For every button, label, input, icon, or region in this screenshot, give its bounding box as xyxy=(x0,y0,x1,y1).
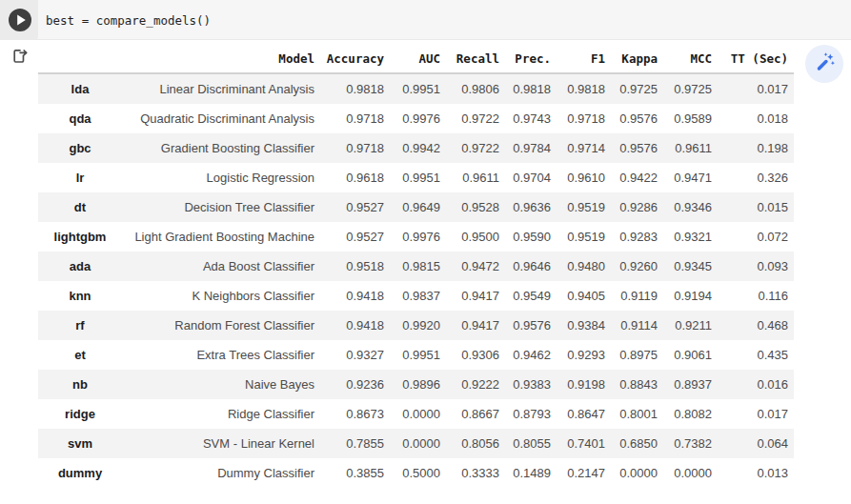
table-row: dtDecision Tree Classifier0.95270.96490.… xyxy=(38,192,794,222)
metric-cell: 0.7382 xyxy=(658,429,712,458)
metric-cell: 0.116 xyxy=(712,281,794,311)
metric-cell: 0.9405 xyxy=(551,281,605,311)
row-index-label: lightgbm xyxy=(38,222,122,252)
model-name-cell: K Neighbors Classifier xyxy=(122,281,314,311)
cell-output-icon xyxy=(10,47,30,66)
metric-cell: 0.9418 xyxy=(314,281,384,311)
table-row: svmSVM - Linear Kernel0.78550.00000.8056… xyxy=(38,429,794,458)
metric-cell: 0.093 xyxy=(712,252,794,281)
metric-cell: 0.9519 xyxy=(551,222,605,252)
metric-cell: 0.013 xyxy=(712,458,794,488)
metric-cell: 0.9976 xyxy=(384,222,440,252)
metric-cell: 0.9806 xyxy=(440,73,499,104)
metric-cell: 0.8082 xyxy=(658,399,712,429)
row-index-label: dt xyxy=(38,192,122,222)
metric-cell: 0.9114 xyxy=(605,311,658,340)
ai-assistant-button[interactable] xyxy=(805,45,843,83)
table-row: dummyDummy Classifier0.38550.50000.33330… xyxy=(38,458,794,488)
metric-cell: 0.9283 xyxy=(605,222,658,252)
code-text: best = compare_models() xyxy=(46,13,211,28)
column-header: TT (Sec) xyxy=(712,44,794,73)
metric-cell: 0.9527 xyxy=(314,222,384,252)
metric-cell: 0.9293 xyxy=(551,340,605,370)
metric-cell: 0.0000 xyxy=(384,399,440,429)
metric-cell: 0.9286 xyxy=(605,192,658,222)
metric-cell: 0.9383 xyxy=(499,370,551,399)
metric-cell: 0.9119 xyxy=(605,281,658,311)
model-name-cell: Logistic Regression xyxy=(122,163,314,192)
table-row: knnK Neighbors Classifier0.94180.98370.9… xyxy=(38,281,794,311)
metric-cell: 0.9327 xyxy=(314,340,384,370)
metric-cell: 0.9951 xyxy=(384,73,440,104)
metric-cell: 0.064 xyxy=(712,429,794,458)
metric-cell: 0.9576 xyxy=(499,311,551,340)
table-header-row: ModelAccuracyAUCRecallPrec.F1KappaMCCTT … xyxy=(38,44,794,73)
column-header: F1 xyxy=(551,44,605,73)
metric-cell: 0.9321 xyxy=(658,222,712,252)
metric-cell: 0.9722 xyxy=(440,133,499,163)
compare-models-output: ModelAccuracyAUCRecallPrec.F1KappaMCCTT … xyxy=(38,44,794,488)
model-name-cell: Dummy Classifier xyxy=(122,458,314,488)
metric-cell: 0.0000 xyxy=(658,458,712,488)
metric-cell: 0.9222 xyxy=(440,370,499,399)
metric-cell: 0.8647 xyxy=(551,399,605,429)
metric-cell: 0.016 xyxy=(712,370,794,399)
metric-cell: 0.8937 xyxy=(658,370,712,399)
play-icon xyxy=(8,21,32,35)
table-row: nbNaive Bayes0.92360.98960.92220.93830.9… xyxy=(38,370,794,399)
metric-cell: 0.9818 xyxy=(499,73,551,104)
code-cell: best = compare_models() xyxy=(0,0,851,40)
metric-cell: 0.9815 xyxy=(384,252,440,281)
column-header: Model xyxy=(122,44,314,73)
metric-cell: 0.8056 xyxy=(440,429,499,458)
metric-cell: 0.9618 xyxy=(314,163,384,192)
metric-cell: 0.9784 xyxy=(499,133,551,163)
run-cell-button[interactable] xyxy=(8,8,32,32)
table-row: gbcGradient Boosting Classifier0.97180.9… xyxy=(38,133,794,163)
metric-cell: 0.9636 xyxy=(499,192,551,222)
index-column-header xyxy=(38,44,122,73)
metric-cell: 0.9951 xyxy=(384,163,440,192)
compare-models-table: ModelAccuracyAUCRecallPrec.F1KappaMCCTT … xyxy=(38,44,794,488)
code-editor-line[interactable]: best = compare_models() xyxy=(46,0,211,40)
metric-cell: 0.9061 xyxy=(658,340,712,370)
column-header: Accuracy xyxy=(314,44,384,73)
metric-cell: 0.3333 xyxy=(440,458,499,488)
model-name-cell: Extra Trees Classifier xyxy=(122,340,314,370)
metric-cell: 0.9722 xyxy=(440,104,499,133)
metric-cell: 0.9610 xyxy=(551,163,605,192)
model-name-cell: Decision Tree Classifier xyxy=(122,192,314,222)
metric-cell: 0.9611 xyxy=(658,133,712,163)
metric-cell: 0.9418 xyxy=(314,311,384,340)
metric-cell: 0.8843 xyxy=(605,370,658,399)
metric-cell: 0.326 xyxy=(712,163,794,192)
magic-wand-icon xyxy=(814,51,836,76)
column-header: Recall xyxy=(440,44,499,73)
column-header: AUC xyxy=(384,44,440,73)
metric-cell: 0.9518 xyxy=(314,252,384,281)
model-name-cell: SVM - Linear Kernel xyxy=(122,429,314,458)
table-row: ridgeRidge Classifier0.86730.00000.86670… xyxy=(38,399,794,429)
metric-cell: 0.9471 xyxy=(658,163,712,192)
metric-cell: 0.9576 xyxy=(605,104,658,133)
metric-cell: 0.0000 xyxy=(605,458,658,488)
metric-cell: 0.015 xyxy=(712,192,794,222)
metric-cell: 0.9976 xyxy=(384,104,440,133)
metric-cell: 0.9718 xyxy=(314,104,384,133)
metric-cell: 0.9725 xyxy=(605,73,658,104)
metric-cell: 0.9422 xyxy=(605,163,658,192)
metric-cell: 0.1489 xyxy=(499,458,551,488)
row-index-label: svm xyxy=(38,429,122,458)
metric-cell: 0.6850 xyxy=(605,429,658,458)
metric-cell: 0.8975 xyxy=(605,340,658,370)
metric-cell: 0.9417 xyxy=(440,281,499,311)
metric-cell: 0.9649 xyxy=(384,192,440,222)
model-name-cell: Ada Boost Classifier xyxy=(122,252,314,281)
metric-cell: 0.9725 xyxy=(658,73,712,104)
row-index-label: lda xyxy=(38,73,122,104)
metric-cell: 0.9837 xyxy=(384,281,440,311)
metric-cell: 0.9589 xyxy=(658,104,712,133)
model-name-cell: Linear Discriminant Analysis xyxy=(122,73,314,104)
metric-cell: 0.9718 xyxy=(314,133,384,163)
metric-cell: 0.9345 xyxy=(658,252,712,281)
